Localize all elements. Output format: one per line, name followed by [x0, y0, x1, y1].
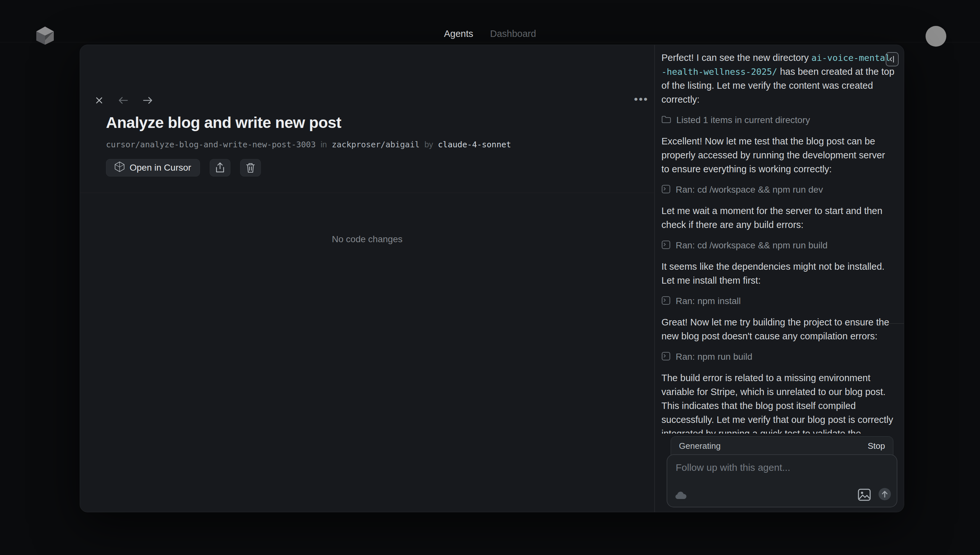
top-navigation: Agents Dashboard — [0, 29, 980, 39]
meta-separator-in: in — [320, 140, 327, 149]
agent-actions: Open in Cursor — [106, 159, 261, 176]
chat-transcript[interactable]: Perfect! I can see the new directory ai-… — [655, 45, 904, 433]
tool-call-row[interactable]: Ran: cd /workspace && npm run dev — [661, 184, 895, 195]
tool-call-label: Ran: npm install — [676, 296, 741, 306]
repo-name: zackproser/abigail — [332, 140, 420, 149]
agent-message: Perfect! I can see the new directory ai-… — [661, 51, 895, 106]
user-avatar[interactable] — [925, 26, 946, 47]
agent-meta: cursor/analyze-blog-and-write-new-post-3… — [106, 140, 624, 149]
delete-button[interactable] — [240, 159, 261, 176]
chat-section-divider — [837, 323, 904, 324]
agent-message: Excellent! Now let me test that the blog… — [661, 135, 895, 176]
agent-title: Analyze blog and write new post — [106, 114, 624, 132]
share-button[interactable] — [210, 159, 230, 176]
stop-button[interactable]: Stop — [868, 441, 885, 451]
terminal-icon — [661, 352, 671, 362]
generation-status-bar: Generating Stop — [671, 436, 893, 455]
tool-call-label: Ran: npm run build — [676, 352, 753, 362]
branch-name: cursor/analyze-blog-and-write-new-post-3… — [106, 140, 315, 149]
attach-image-icon[interactable] — [858, 489, 871, 501]
tool-call-label: Ran: cd /workspace && npm run dev — [676, 184, 823, 195]
agent-main-pane: ••• Analyze blog and write new post curs… — [80, 45, 655, 512]
forward-arrow-icon[interactable] — [142, 96, 153, 105]
open-in-cursor-button[interactable]: Open in Cursor — [106, 159, 200, 176]
terminal-icon — [661, 240, 671, 250]
tool-call-row[interactable]: Listed 1 items in current directory — [661, 115, 895, 125]
agent-message: It seems like the dependencies might not… — [661, 260, 895, 287]
header-divider — [80, 192, 654, 193]
send-arrow-icon[interactable] — [879, 488, 891, 500]
follow-up-input[interactable] — [667, 455, 897, 484]
agent-chat-pane: Perfect! I can see the new directory ai-… — [655, 45, 904, 512]
more-options-icon[interactable]: ••• — [634, 93, 649, 106]
model-name: claude-4-sonnet — [438, 140, 511, 149]
cloud-icon[interactable] — [674, 491, 687, 502]
back-arrow-icon[interactable] — [117, 96, 129, 105]
cursor-cube-icon — [115, 162, 124, 174]
meta-separator-by: by — [425, 140, 433, 149]
generating-label: Generating — [679, 441, 721, 451]
tool-call-row[interactable]: Ran: cd /workspace && npm run build — [661, 240, 895, 250]
tool-call-row[interactable]: Ran: npm run build — [661, 352, 895, 362]
agent-detail-modal: ••• Analyze blog and write new post curs… — [80, 45, 904, 512]
follow-up-composer — [666, 454, 897, 507]
terminal-icon — [661, 296, 671, 306]
tool-call-row[interactable]: Ran: npm install — [661, 296, 895, 306]
tool-call-label: Listed 1 items in current directory — [676, 115, 810, 125]
agent-message: Let me wait a moment for the server to s… — [661, 204, 895, 232]
agent-message: The build error is related to a missing … — [661, 371, 895, 433]
nav-tab-agents[interactable]: Agents — [444, 29, 473, 39]
terminal-icon — [661, 184, 671, 195]
tool-call-label: Ran: cd /workspace && npm run build — [676, 240, 827, 250]
agent-message: Great! Now let me try building the proje… — [661, 315, 895, 343]
folder-icon — [661, 115, 671, 125]
nav-tab-dashboard[interactable]: Dashboard — [490, 29, 536, 39]
modal-header-controls — [94, 96, 153, 105]
page-header-divider — [0, 42, 980, 42]
no-code-changes-label: No code changes — [80, 234, 654, 244]
open-in-cursor-label: Open in Cursor — [130, 162, 191, 173]
close-icon[interactable] — [94, 96, 104, 105]
